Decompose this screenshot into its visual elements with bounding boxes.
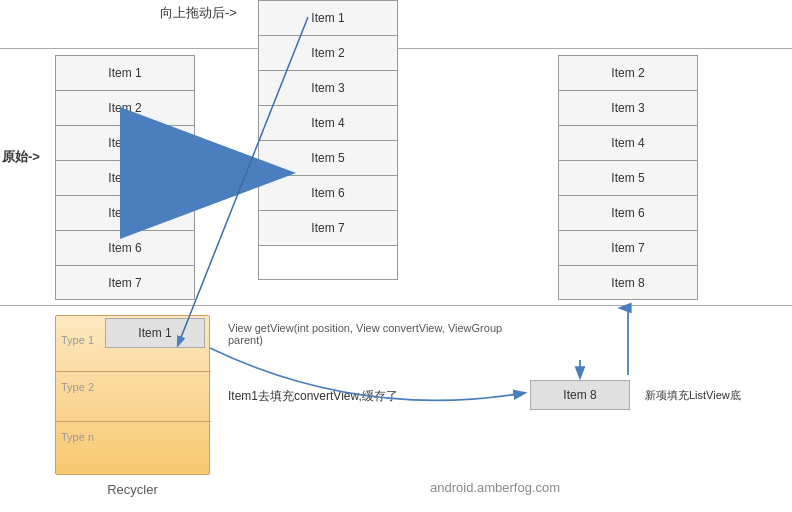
list-item: Item 4 [558,125,698,160]
hline-bottom [0,305,792,306]
website-text: android.amberfog.com [430,480,560,495]
list-item: Item 8 [558,265,698,300]
label-original: 原始-> [2,148,40,166]
recycler-item1: Item 1 [105,318,205,348]
list-item: Item 7 [558,230,698,265]
list-original: Item 1 Item 2 Item 3 Item 4 Item 5 Item … [55,55,195,300]
item1-fill-text: Item1去填充convertView,缓存了 [228,388,498,405]
list-item: Item 2 [558,55,698,90]
list-item: Item 2 [258,35,398,70]
list-item: Item 6 [258,175,398,210]
list-item: Item 4 [55,160,195,195]
recycler-label: Recycler [55,482,210,497]
list-item: Item 1 [258,0,398,35]
main-container: 原始-> 向上拖动后-> Item 1 Item 2 Item 3 Item 4… [0,0,792,512]
type1-line [56,371,211,372]
type1-label: Type 1 [61,334,94,346]
list-item: Item 5 [558,160,698,195]
list-item: Item 7 [55,265,195,300]
list-right: Item 2 Item 3 Item 4 Item 5 Item 6 Item … [558,55,698,300]
typen-label: Type n [61,431,94,443]
list-item: Item 1 [55,55,195,90]
label-after-drag: 向上拖动后-> [160,4,237,22]
list-item-empty [258,245,398,280]
list-middle: Item 1 Item 2 Item 3 Item 4 Item 5 Item … [258,0,398,280]
item8-box: Item 8 [530,380,630,410]
list-item: Item 3 [55,125,195,160]
list-item: Item 2 [55,90,195,125]
list-item: Item 6 [55,230,195,265]
list-item: Item 4 [258,105,398,140]
getview-text: View getView(int position, View convertV… [228,322,518,346]
new-fill-text: 新项填充ListView底 [645,388,785,403]
type2-label: Type 2 [61,381,94,393]
list-item: Item 6 [558,195,698,230]
list-item: Item 5 [55,195,195,230]
list-item: Item 5 [258,140,398,175]
list-item: Item 7 [258,210,398,245]
type2-line [56,421,211,422]
list-item: Item 3 [258,70,398,105]
list-item: Item 3 [558,90,698,125]
